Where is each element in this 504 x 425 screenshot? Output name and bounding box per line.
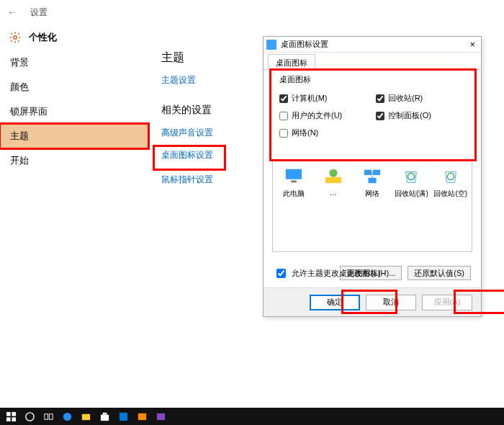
- sidebar-item-background[interactable]: 背景: [0, 50, 151, 75]
- icon-this-pc[interactable]: 此电脑: [276, 165, 312, 199]
- icon-recycle-full-label: 回收站(满): [395, 189, 428, 197]
- icon-network[interactable]: 网络: [354, 165, 390, 199]
- allow-theme-checkbox-box[interactable]: [276, 269, 286, 278]
- settings-icon[interactable]: [114, 408, 132, 425]
- apply-button[interactable]: 应用(A): [422, 295, 472, 310]
- dialog-actions: 确定 取消 应用(A): [264, 287, 481, 316]
- svg-rect-19: [100, 414, 108, 420]
- restore-defaults-button[interactable]: 还原默认值(S): [408, 266, 471, 280]
- link-theme-settings[interactable]: 主题设置: [161, 74, 259, 86]
- photos-icon[interactable]: [132, 408, 151, 425]
- desktop-icon-settings-dialog: 桌面图标设置 × 桌面图标 桌面图标 计算机(M) 回收站(R) 用户的文件(U…: [263, 36, 482, 317]
- svg-rect-1: [286, 169, 302, 179]
- check-network-box[interactable]: [279, 129, 288, 138]
- svg-rect-15: [44, 413, 48, 419]
- edge-icon[interactable]: [58, 408, 76, 425]
- icon-user-label: …: [330, 189, 337, 197]
- svg-point-4: [329, 169, 337, 177]
- svg-rect-16: [49, 413, 53, 419]
- settings-label: 设置: [30, 6, 48, 19]
- check-controlpanel[interactable]: 控制面板(O): [376, 110, 467, 121]
- svg-rect-21: [119, 412, 127, 420]
- heading-related: 相关的设置: [161, 104, 259, 117]
- check-computer-box[interactable]: [279, 94, 288, 103]
- svg-rect-20: [102, 412, 107, 414]
- gear-icon: [9, 31, 22, 44]
- check-recyclebin[interactable]: 回收站(R): [376, 93, 467, 104]
- dialog-titlebar: 桌面图标设置 ×: [264, 37, 481, 53]
- cancel-button[interactable]: 取消: [366, 295, 416, 310]
- app-icon[interactable]: [151, 408, 170, 425]
- icon-recycle-empty[interactable]: 回收站(空): [433, 165, 469, 199]
- ok-button[interactable]: 确定: [310, 295, 360, 310]
- dialog-title: 桌面图标设置: [281, 39, 328, 50]
- check-recyclebin-label: 回收站(R): [388, 93, 423, 104]
- allow-theme-label: 允许主题更改桌面图标(L): [292, 268, 380, 279]
- check-userfiles-box[interactable]: [279, 112, 288, 120]
- allow-theme-checkbox[interactable]: 允许主题更改桌面图标(L): [274, 267, 380, 280]
- check-computer-label: 计算机(M): [292, 93, 328, 104]
- link-mouse-pointer[interactable]: 鼠标指针设置: [161, 174, 259, 186]
- sidebar-item-lockscreen[interactable]: 锁屏界面: [0, 99, 151, 124]
- close-icon[interactable]: ×: [467, 39, 478, 50]
- svg-rect-11: [12, 411, 16, 416]
- start-icon[interactable]: [1, 408, 20, 425]
- link-advanced-sound[interactable]: 高级声音设置: [161, 127, 259, 139]
- icon-user[interactable]: …: [315, 165, 351, 197]
- icon-recycle-full[interactable]: 回收站(满): [393, 165, 429, 199]
- check-controlpanel-label: 控制面板(O): [388, 110, 431, 121]
- icon-recycle-empty-label: 回收站(空): [433, 189, 467, 197]
- sidebar-item-colors[interactable]: 颜色: [0, 75, 151, 99]
- svg-rect-13: [12, 417, 16, 421]
- cortana-icon[interactable]: [20, 408, 39, 425]
- main-column: 主题 主题设置 相关的设置 高级声音设置 桌面图标设置 鼠标指针设置: [158, 50, 259, 203]
- icon-network-label: 网络: [365, 189, 379, 197]
- desktop-icons-checkbox-group: 计算机(M) 回收站(R) 用户的文件(U) 控制面板(O) 网络(N): [272, 83, 472, 147]
- svg-rect-22: [138, 413, 145, 419]
- svg-rect-12: [6, 417, 10, 421]
- svg-rect-18: [81, 413, 89, 419]
- svg-point-0: [14, 36, 17, 40]
- check-computer[interactable]: 计算机(M): [279, 93, 370, 104]
- explorer-icon[interactable]: [76, 408, 95, 425]
- store-icon[interactable]: [95, 408, 114, 425]
- icon-preview-list: 此电脑 … 网络 回收站(满) 回收站(空): [272, 160, 472, 252]
- check-network[interactable]: 网络(N): [279, 128, 370, 138]
- page-title: 个性化: [29, 31, 57, 44]
- icon-this-pc-label: 此电脑: [283, 189, 305, 197]
- svg-point-14: [25, 412, 33, 420]
- settings-header: ← 设置: [0, 0, 504, 24]
- dialog-body: 桌面图标 计算机(M) 回收站(R) 用户的文件(U) 控制面板(O) 网络(N…: [264, 70, 481, 287]
- svg-rect-23: [156, 413, 164, 419]
- back-icon[interactable]: ←: [7, 6, 17, 18]
- dialog-app-icon: [266, 40, 276, 50]
- svg-rect-10: [6, 411, 10, 416]
- tab-desktop-icons[interactable]: 桌面图标: [268, 54, 315, 70]
- svg-rect-3: [325, 177, 341, 183]
- check-userfiles[interactable]: 用户的文件(U): [279, 110, 370, 121]
- dialog-tabstrip: 桌面图标: [264, 53, 481, 70]
- svg-rect-2: [291, 181, 296, 183]
- check-recyclebin-box[interactable]: [376, 94, 384, 103]
- check-controlpanel-box[interactable]: [376, 112, 384, 120]
- taskbar: [0, 408, 504, 425]
- taskview-icon[interactable]: [39, 408, 58, 425]
- sidebar-item-themes[interactable]: 主题: [0, 124, 148, 148]
- heading-theme: 主题: [161, 50, 259, 66]
- sidebar-item-start[interactable]: 开始: [0, 148, 151, 173]
- link-desktop-icon-settings[interactable]: 桌面图标设置: [161, 149, 223, 161]
- check-network-label: 网络(N): [292, 128, 318, 138]
- svg-point-17: [63, 412, 71, 420]
- check-userfiles-label: 用户的文件(U): [292, 110, 342, 121]
- sidebar: 背景 颜色 锁屏界面 主题 开始: [0, 50, 151, 173]
